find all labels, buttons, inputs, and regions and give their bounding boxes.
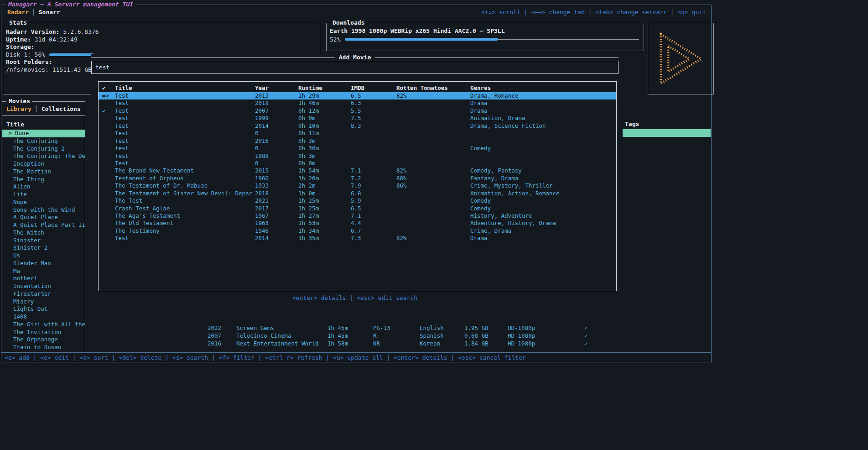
movie-list-item[interactable]: Sinister [2, 237, 85, 245]
movie-list-item[interactable]: 1408 [2, 313, 85, 321]
movie-list-item[interactable]: Slender Man [2, 260, 85, 267]
result-runtime: 0h 0m [298, 160, 351, 167]
movie-title: Firestarter [13, 290, 51, 297]
library-table-row[interactable]: 2007 Telecinco Cinema 1h 45m R Spanish 0… [208, 332, 603, 340]
result-year: 1999 [255, 115, 298, 122]
result-title: The Test [115, 197, 255, 204]
result-row[interactable]: Test 2018 1h 46m 6.3 Drama [99, 99, 616, 107]
result-imdb [351, 145, 396, 152]
movie-list-item[interactable]: The Orphanage [2, 336, 85, 344]
movie-list-item[interactable]: A Quiet Place [2, 214, 85, 221]
movie-list-item[interactable]: Inception [2, 160, 85, 168]
tab-radarr[interactable]: Radarr [7, 9, 29, 16]
movie-language: Spanish [420, 332, 464, 340]
result-row[interactable]: Test 0 0h 11m [99, 130, 616, 137]
movie-list-item[interactable]: The Conjuring: The De [2, 152, 85, 160]
movie-list-item[interactable]: Life [2, 191, 85, 199]
result-year: 2014 [255, 235, 298, 242]
result-row[interactable]: Test 2014 0h 10m 8.3 Drama, Science Fict… [99, 122, 616, 130]
movie-list-item[interactable]: Nope [2, 199, 85, 206]
imdb-column-header: IMDB [351, 84, 396, 92]
library-table-row[interactable]: 2016 Next Entertainment World 1h 58m NR … [208, 340, 603, 348]
result-rotten-tomatoes [396, 115, 470, 122]
movie-list-item[interactable]: The Conjuring 2 [2, 145, 85, 153]
result-row[interactable]: The Testament of Sister New Devil: Depar… [99, 190, 616, 197]
movies-panel-title: Movies [6, 98, 32, 105]
movie-list-item[interactable]: Alien [2, 183, 85, 191]
movie-list-item[interactable]: Firestarter [2, 290, 85, 298]
movie-title: The Conjuring [13, 137, 58, 144]
row-check-cell [102, 145, 115, 152]
movie-list-item[interactable]: Misery [2, 298, 85, 306]
movie-title: Lights Out [13, 305, 47, 312]
library-table-row[interactable]: 2022 Screen Gems 1h 45m PG-13 English 1.… [208, 324, 603, 332]
movie-list-item[interactable]: The Martian [2, 168, 85, 176]
tab-library[interactable]: Library [6, 105, 31, 112]
result-row[interactable]: Test 1999 0h 0m 7.5 Animation, Drama [99, 115, 616, 122]
result-row[interactable]: Test 0 0h 0m [99, 160, 616, 167]
stats-panel-title: Stats [7, 19, 29, 26]
movie-list-item[interactable]: Sinister 2 [2, 244, 85, 252]
movie-list-item[interactable]: The Witch [2, 229, 85, 237]
movie-list-item[interactable]: Incantation [2, 283, 85, 290]
result-row[interactable]: Crash Test Aglae 2017 1h 25m 6.5 Comedy [99, 205, 616, 212]
result-genres: Comedy, Fantasy [470, 167, 616, 174]
movie-language: English [420, 324, 464, 332]
result-rotten-tomatoes [396, 160, 470, 167]
result-imdb: 6.5 [351, 92, 396, 99]
check-column-header: ✔ [102, 84, 115, 92]
movie-list-item[interactable]: mother! [2, 275, 85, 283]
result-title: Test [115, 122, 255, 130]
movie-language: Korean [420, 340, 464, 348]
result-row[interactable]: The Old Testament 1963 1h 53m 4.4 Advent… [99, 220, 616, 227]
result-rotten-tomatoes: 82% [396, 235, 470, 242]
result-row[interactable]: Test 2016 0h 3m [99, 137, 616, 145]
movie-list-item[interactable]: Us [2, 252, 85, 260]
result-title: Test [115, 99, 255, 107]
movie-title: A Quiet Place Part II [13, 221, 85, 228]
row-check-cell [102, 122, 115, 130]
movie-list-item[interactable]: The Invitation [2, 329, 85, 336]
result-row[interactable]: test 0 0h 30m Comedy [99, 145, 616, 152]
tab-sonarr[interactable]: Sonarr [39, 9, 60, 16]
result-imdb: 7.1 [351, 167, 396, 174]
movie-list-item[interactable]: Ma [2, 267, 85, 275]
result-year: 2007 [255, 107, 298, 115]
movie-list-item[interactable]: The Thing [2, 176, 85, 183]
result-row[interactable]: The Test 2021 1h 25m 5.9 Comedy [99, 197, 616, 204]
result-row[interactable]: => Test 2013 1h 29m 6.5 82% Drama, Roman… [99, 92, 616, 99]
result-row[interactable]: ✔ Test 2007 0h 12m 5.5 Drama [99, 107, 616, 115]
movie-year: 2022 [208, 324, 236, 332]
movie-list-item[interactable]: =>Dune [2, 130, 85, 137]
movie-title: Inception [13, 160, 44, 167]
result-row[interactable]: The Brand New Testament 2015 1h 54m 7.1 … [99, 167, 616, 174]
result-row[interactable]: The Aga's Testament 1967 1h 27m 7.1 Hist… [99, 212, 616, 220]
result-row[interactable]: The Testament of Dr. Mabuse 1933 2h 2m 7… [99, 182, 616, 189]
result-year: 1988 [255, 152, 298, 160]
result-imdb: 7.2 [351, 175, 396, 182]
add-movie-search-input[interactable] [92, 61, 618, 73]
result-year: 2018 [255, 190, 298, 197]
result-year: 2016 [255, 137, 298, 145]
result-rotten-tomatoes [396, 152, 470, 160]
movie-list-item[interactable]: A Quiet Place Part II [2, 221, 85, 229]
movie-list-item[interactable]: The Girl with All the [2, 321, 85, 329]
result-row[interactable]: Testament of Orpheus 1960 1h 20m 7.2 88%… [99, 175, 616, 182]
movie-list-item[interactable]: The Conjuring [2, 137, 85, 145]
result-row[interactable]: The Testimony 1946 1h 34m 6.7 Crime, Dra… [99, 227, 616, 235]
movie-list-item[interactable]: Lights Out [2, 305, 85, 313]
movie-studio: Telecinco Cinema [236, 332, 327, 340]
row-check-cell [102, 235, 115, 242]
tab-collections[interactable]: Collections [42, 105, 81, 112]
movie-title: mother! [13, 275, 37, 282]
result-row[interactable]: Test 1988 0h 3m [99, 152, 616, 160]
result-row[interactable]: Test 2014 1h 35m 7.3 82% Drama [99, 235, 616, 242]
result-title: test [115, 145, 255, 152]
result-genres: Drama [470, 107, 616, 115]
result-imdb: 6.3 [351, 99, 396, 107]
result-title: Test [115, 152, 255, 160]
movie-list-item[interactable]: Train to Busan [2, 344, 85, 351]
result-genres: Animation, Action, Romance [470, 190, 616, 197]
result-rotten-tomatoes [396, 197, 470, 204]
movie-list-item[interactable]: Gone with the Wind [2, 206, 85, 214]
